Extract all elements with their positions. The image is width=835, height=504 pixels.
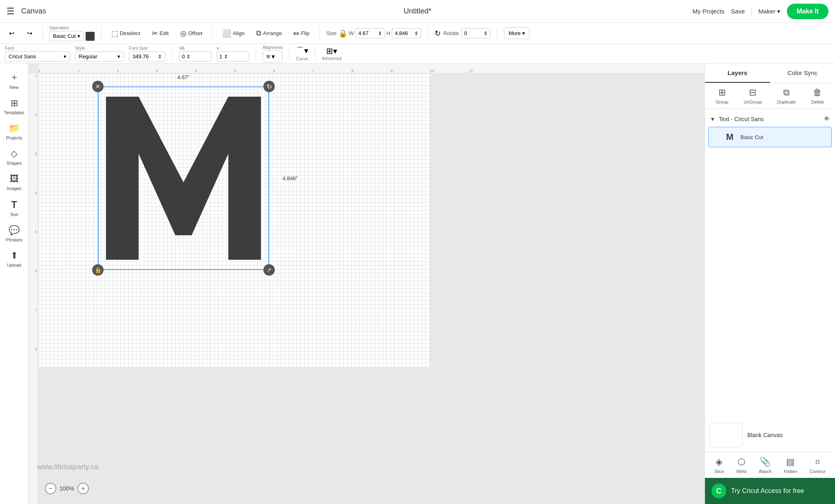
letter-m-container[interactable]: ✕ ↻ 🔒 ↗ 4.67" 4.846" bbox=[98, 86, 269, 270]
font-group: Font Cricut Sans ▾ bbox=[5, 46, 70, 62]
advanced-label: Advanced bbox=[322, 56, 342, 61]
handle-lock[interactable]: 🔒 bbox=[92, 264, 104, 276]
lock-proportions-icon[interactable]: 🔒 bbox=[338, 29, 347, 38]
handle-rotate[interactable]: ↻ bbox=[263, 81, 275, 92]
cricut-access-bar[interactable]: C Try Cricut Access for free bbox=[705, 478, 835, 504]
sidebar-item-projects[interactable]: 📁 Projects bbox=[0, 119, 28, 144]
width-input[interactable]: 4.67 ⇕ bbox=[356, 28, 385, 38]
hamburger-icon[interactable]: ☰ bbox=[7, 6, 15, 17]
line-space-stepper-icon[interactable]: ⇕ bbox=[224, 54, 228, 60]
plus-icon: ＋ bbox=[10, 71, 19, 83]
sidebar-item-templates[interactable]: ⊞ Templates bbox=[0, 94, 28, 119]
align-button[interactable]: ⬜ Align bbox=[219, 27, 248, 40]
curve-icon[interactable]: ⌒▾ bbox=[296, 45, 308, 56]
operation-chevron-icon: ▾ bbox=[77, 33, 80, 39]
toolbar-separator-5 bbox=[428, 27, 428, 40]
font-size-group: Font Size 349.76 ⇕ bbox=[129, 46, 166, 62]
operation-select[interactable]: Basic Cut ▾ bbox=[49, 31, 84, 41]
arrange-icon: ⧉ bbox=[256, 29, 261, 38]
zoom-out-button[interactable]: − bbox=[45, 483, 56, 494]
tab-layers[interactable]: Layers bbox=[705, 64, 770, 83]
ungroup-icon: ⊟ bbox=[749, 87, 756, 98]
letter-space-input[interactable]: 0 ⇕ bbox=[179, 51, 212, 62]
attach-button[interactable]: 📎 Attach bbox=[759, 457, 771, 474]
font-size-stepper-icon[interactable]: ⇕ bbox=[158, 54, 162, 60]
layer-chevron-icon: ▼ bbox=[710, 116, 716, 122]
handle-delete[interactable]: ✕ bbox=[92, 81, 104, 92]
group-label: Group bbox=[716, 99, 729, 104]
my-projects-link[interactable]: My Projects bbox=[693, 8, 725, 15]
sidebar-item-shapes-label: Shapes bbox=[7, 161, 22, 166]
layer-item[interactable]: M Basic Cut bbox=[708, 127, 832, 147]
ungroup-button[interactable]: ⊟ UnGroup bbox=[744, 87, 762, 104]
weld-button[interactable]: ⬡ Weld bbox=[736, 457, 747, 474]
layer-visibility-icon[interactable]: 👁 bbox=[824, 115, 830, 123]
align-icon: ⬜ bbox=[222, 29, 231, 38]
delete-label: Delete bbox=[811, 99, 824, 104]
deselect-button[interactable]: ⬚ Deselect bbox=[108, 27, 144, 40]
arrange-button[interactable]: ⧉ Arrange bbox=[253, 27, 285, 40]
maker-selector[interactable]: Maker ▾ bbox=[758, 8, 780, 15]
handle-resize[interactable]: ↗ bbox=[263, 264, 275, 276]
weld-icon: ⬡ bbox=[738, 457, 745, 467]
sidebar-item-shapes[interactable]: ◇ Shapes bbox=[0, 144, 28, 170]
color-swatch[interactable] bbox=[86, 32, 95, 41]
alignment-button[interactable]: ≡ ▾ bbox=[263, 51, 283, 62]
zoom-in-button[interactable]: + bbox=[77, 483, 89, 494]
sidebar-item-phrases[interactable]: 💬 Phrases bbox=[0, 221, 28, 246]
toolbar2-separator-2 bbox=[256, 47, 256, 60]
sidebar-item-text[interactable]: T Text bbox=[0, 195, 28, 221]
sidebar-item-images[interactable]: 🖼 Images bbox=[0, 170, 28, 195]
nav-divider bbox=[751, 7, 752, 16]
height-stepper-icon[interactable]: ⇕ bbox=[414, 31, 418, 36]
upload-icon: ⬆ bbox=[11, 250, 18, 261]
toolbar2-separator-3 bbox=[289, 47, 289, 60]
selection-box bbox=[98, 86, 269, 270]
slice-button[interactable]: ◈ Slice bbox=[714, 457, 724, 474]
offset-button[interactable]: ◎ Offset bbox=[177, 27, 205, 40]
save-button[interactable]: Save bbox=[731, 8, 745, 15]
delete-button[interactable]: 🗑 Delete bbox=[811, 87, 824, 104]
style-label: Style bbox=[75, 46, 124, 51]
rotate-stepper-icon[interactable]: ⇕ bbox=[484, 31, 488, 36]
slice-label: Slice bbox=[714, 469, 724, 474]
flatten-button[interactable]: ▤ Flatten bbox=[784, 457, 797, 474]
line-space-input[interactable]: 1 ⇕ bbox=[216, 51, 249, 62]
undo-button[interactable]: ↩ bbox=[5, 27, 18, 40]
maker-label: Maker bbox=[758, 8, 775, 15]
height-input[interactable]: 4.846 ⇕ bbox=[392, 28, 421, 38]
letter-space-stepper-icon[interactable]: ⇕ bbox=[186, 54, 190, 60]
width-stepper-icon[interactable]: ⇕ bbox=[378, 31, 382, 36]
make-it-button[interactable]: Make It bbox=[787, 4, 828, 19]
group-icon: ⊞ bbox=[718, 87, 726, 98]
advanced-icon[interactable]: ⊞▾ bbox=[326, 46, 337, 56]
sidebar-item-upload[interactable]: ⬆ Upload bbox=[0, 246, 28, 272]
rotate-input[interactable]: 0 ⇕ bbox=[461, 28, 490, 38]
rotate-label: Rotate bbox=[443, 30, 459, 36]
font-size-input[interactable]: 349.76 ⇕ bbox=[129, 51, 166, 62]
operation-label: Operation bbox=[49, 25, 95, 30]
text-icon: T bbox=[11, 199, 17, 210]
contour-button[interactable]: ⌗ Contour bbox=[810, 457, 826, 474]
style-select[interactable]: Regular ▾ bbox=[75, 51, 124, 62]
templates-icon: ⊞ bbox=[11, 98, 18, 108]
sidebar-item-new-label: New bbox=[9, 85, 18, 90]
shapes-icon: ◇ bbox=[11, 148, 18, 159]
maker-chevron-icon: ▾ bbox=[777, 8, 780, 15]
font-select[interactable]: Cricut Sans ▾ bbox=[5, 51, 70, 62]
zoom-level: 100% bbox=[60, 485, 74, 492]
weld-label: Weld bbox=[736, 469, 747, 474]
sidebar-item-new[interactable]: ＋ New bbox=[0, 67, 28, 94]
arrange-label: Arrange bbox=[263, 30, 282, 36]
layer-group-header[interactable]: ▼ Text - Cricut Sans 👁 bbox=[705, 112, 835, 126]
height-value: 4.846 bbox=[395, 30, 408, 36]
group-button[interactable]: ⊞ Group bbox=[716, 87, 729, 104]
canvas-area[interactable]: 0 1 2 3 4 5 6 7 8 9 10 11 1 2 3 4 5 6 7 … bbox=[29, 64, 705, 504]
contour-icon: ⌗ bbox=[815, 457, 820, 467]
duplicate-button[interactable]: ⧉ Duplicate bbox=[777, 87, 796, 104]
tab-color-sync[interactable]: Color Sync bbox=[770, 64, 835, 83]
more-button[interactable]: More ▾ bbox=[504, 27, 529, 39]
redo-button[interactable]: ↪ bbox=[23, 27, 36, 40]
edit-button[interactable]: ✂ Edit bbox=[148, 27, 172, 40]
flip-button[interactable]: ⇔ Flip bbox=[290, 27, 313, 40]
